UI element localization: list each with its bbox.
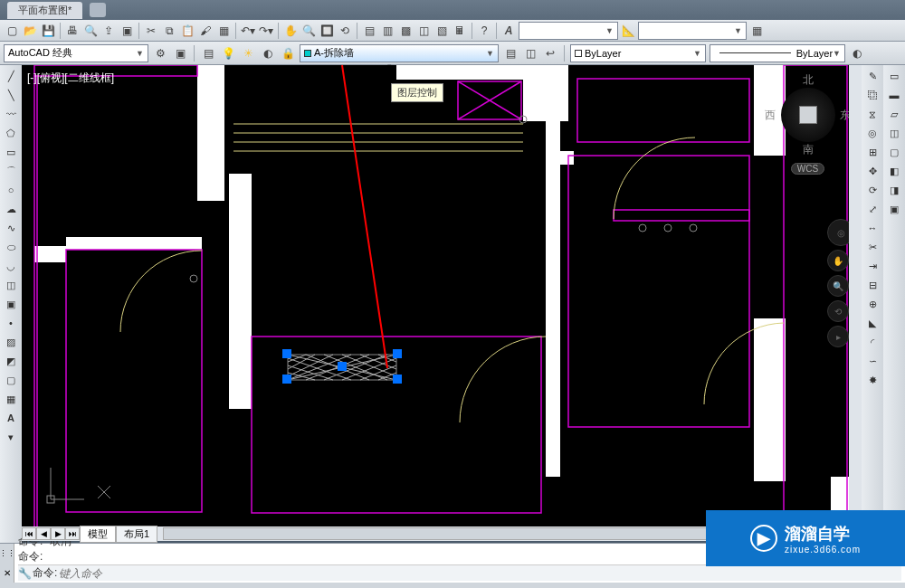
table-icon[interactable]: ▦ bbox=[2, 390, 20, 408]
tab-prev-icon[interactable]: ◀ bbox=[36, 527, 51, 540]
compass-north[interactable]: 北 bbox=[765, 72, 851, 88]
vscrollbar[interactable] bbox=[849, 65, 862, 526]
revcloud-icon[interactable]: ☁ bbox=[2, 200, 20, 218]
do4-icon[interactable]: ◫ bbox=[885, 124, 903, 142]
xline-icon[interactable]: ╲ bbox=[2, 86, 20, 104]
tab-last-icon[interactable]: ⏭ bbox=[65, 527, 80, 540]
scale-icon[interactable]: ⤢ bbox=[863, 200, 881, 218]
copy-icon[interactable]: ⧉ bbox=[161, 23, 177, 39]
line-icon[interactable]: ╱ bbox=[2, 67, 20, 85]
layer-combo[interactable]: A-拆除墙 ▼ bbox=[300, 44, 499, 62]
break-icon[interactable]: ⊟ bbox=[863, 276, 881, 294]
publish-icon[interactable]: ⇪ bbox=[100, 23, 117, 39]
text-style-combo[interactable]: ▼ bbox=[519, 22, 618, 40]
do6-icon[interactable]: ◧ bbox=[885, 162, 903, 180]
orbit-nav-icon[interactable]: ⟲ bbox=[827, 300, 849, 322]
move-icon[interactable]: ✥ bbox=[863, 162, 881, 180]
pan-nav-icon[interactable]: ✋ bbox=[827, 250, 849, 271]
workspace-misc-icon[interactable]: ▣ bbox=[172, 45, 188, 62]
zoom-nav-icon[interactable]: 🔍 bbox=[827, 275, 849, 297]
compass-south[interactable]: 南 bbox=[765, 142, 851, 157]
zoom-prev-icon[interactable]: ⟲ bbox=[337, 23, 353, 39]
addselect-icon[interactable]: ▾ bbox=[2, 428, 20, 446]
rectangle-icon[interactable]: ▭ bbox=[2, 143, 20, 161]
print-icon[interactable]: 🖶 bbox=[64, 23, 81, 39]
design-center-icon[interactable]: ▥ bbox=[379, 23, 395, 39]
pan-icon[interactable]: ✋ bbox=[282, 23, 299, 39]
cut-icon[interactable]: ✂ bbox=[143, 23, 159, 39]
mirror-icon[interactable]: ⧖ bbox=[863, 105, 881, 123]
rotate-icon[interactable]: ⟳ bbox=[863, 181, 881, 199]
tab-first-icon[interactable]: ⏮ bbox=[22, 527, 36, 540]
3d-print-icon[interactable]: ▣ bbox=[119, 23, 135, 39]
viewport-label[interactable]: [-][俯视][二维线框] bbox=[27, 71, 114, 86]
polygon-icon[interactable]: ⬠ bbox=[2, 124, 20, 142]
zoom-realtime-icon[interactable]: 🔍 bbox=[300, 23, 317, 39]
dim-style-icon[interactable]: 📐 bbox=[620, 23, 636, 39]
match-prop-icon[interactable]: 🖌 bbox=[197, 23, 214, 39]
drawing-canvas[interactable]: [-][俯视][二维线框] bbox=[22, 65, 862, 526]
undo-icon[interactable]: ↶▾ bbox=[240, 23, 256, 39]
layer-vp-icon[interactable]: ◐ bbox=[260, 45, 276, 62]
file-tab[interactable]: 平面布置图* bbox=[7, 2, 82, 19]
cmd-handle-icon[interactable]: ⋮⋮ bbox=[0, 549, 15, 558]
layout1-tab[interactable]: 布局1 bbox=[116, 526, 157, 543]
explode-icon[interactable]: ✸ bbox=[863, 371, 881, 389]
viewcube-wheel[interactable] bbox=[781, 88, 835, 142]
showmotion-icon[interactable]: ▸ bbox=[827, 326, 849, 347]
dim-style-combo[interactable]: ▼ bbox=[638, 22, 747, 40]
extend-icon[interactable]: ⇥ bbox=[863, 257, 881, 275]
layer-states-icon[interactable]: ▤ bbox=[502, 45, 519, 62]
region-icon[interactable]: ▢ bbox=[2, 371, 20, 389]
lineweight-icon[interactable]: ◐ bbox=[849, 45, 865, 62]
workspace-combo[interactable]: AutoCAD 经典 ▼ bbox=[4, 44, 148, 62]
open-icon[interactable]: 📂 bbox=[22, 23, 38, 39]
hatch-icon[interactable]: ▨ bbox=[2, 333, 20, 351]
trim-icon[interactable]: ✂ bbox=[863, 238, 881, 256]
stretch-icon[interactable]: ↔ bbox=[863, 219, 881, 237]
tool-palette-icon[interactable]: ▩ bbox=[397, 23, 414, 39]
preview-icon[interactable]: 🔍 bbox=[82, 23, 99, 39]
fillet-icon[interactable]: ◜ bbox=[863, 333, 881, 351]
help-icon[interactable]: ? bbox=[476, 23, 492, 39]
viewcube[interactable]: 北 西 东 南 WCS bbox=[765, 72, 851, 175]
mtext-icon[interactable]: A bbox=[2, 409, 20, 427]
layer-iso-icon[interactable]: ◫ bbox=[522, 45, 538, 62]
redo-icon[interactable]: ↷▾ bbox=[258, 23, 274, 39]
cmd-close-icon[interactable]: ✕ bbox=[4, 568, 11, 578]
command-input[interactable] bbox=[59, 567, 901, 580]
gradient-icon[interactable]: ◩ bbox=[2, 352, 20, 370]
chamfer-icon[interactable]: ◣ bbox=[863, 314, 881, 332]
text-style-icon[interactable]: A bbox=[500, 23, 517, 39]
ellipse-icon[interactable]: ⬭ bbox=[2, 238, 20, 256]
layer-prev-icon[interactable]: ↩ bbox=[542, 45, 558, 62]
paste-icon[interactable]: 📋 bbox=[179, 23, 195, 39]
blend-icon[interactable]: ∽ bbox=[863, 352, 881, 370]
sheet-set-icon[interactable]: ◫ bbox=[415, 23, 432, 39]
do5-icon[interactable]: ▢ bbox=[885, 143, 903, 161]
layer-lock-icon[interactable]: 🔒 bbox=[280, 45, 296, 62]
model-tab[interactable]: 模型 bbox=[80, 526, 116, 543]
block-icon[interactable]: ▦ bbox=[215, 23, 232, 39]
do1-icon[interactable]: ▭ bbox=[885, 67, 903, 85]
tab-next-icon[interactable]: ▶ bbox=[51, 527, 65, 540]
make-block-icon[interactable]: ▣ bbox=[2, 295, 20, 313]
arc-icon[interactable]: ⌒ bbox=[2, 162, 20, 180]
do2-icon[interactable]: ▬ bbox=[885, 86, 903, 104]
layer-on-icon[interactable]: 💡 bbox=[220, 45, 236, 62]
do7-icon[interactable]: ◨ bbox=[885, 181, 903, 199]
array-icon[interactable]: ⊞ bbox=[863, 143, 881, 161]
markup-icon[interactable]: ▧ bbox=[433, 23, 450, 39]
viewcube-top[interactable] bbox=[799, 106, 817, 124]
join-icon[interactable]: ⊕ bbox=[863, 295, 881, 313]
properties-icon[interactable]: ▤ bbox=[361, 23, 377, 39]
wcs-badge[interactable]: WCS bbox=[791, 163, 824, 175]
circle-icon[interactable]: ○ bbox=[2, 181, 20, 199]
linetype-combo[interactable]: ByLayer ▼ bbox=[710, 44, 845, 62]
layer-freeze-icon[interactable]: ☀ bbox=[240, 45, 256, 62]
copy-obj-icon[interactable]: ⿻ bbox=[863, 86, 881, 104]
do3-icon[interactable]: ▱ bbox=[885, 105, 903, 123]
calc-icon[interactable]: 🖩 bbox=[452, 23, 468, 39]
ellipse-arc-icon[interactable]: ◡ bbox=[2, 257, 20, 275]
workspace-settings-icon[interactable]: ⚙ bbox=[152, 45, 168, 62]
